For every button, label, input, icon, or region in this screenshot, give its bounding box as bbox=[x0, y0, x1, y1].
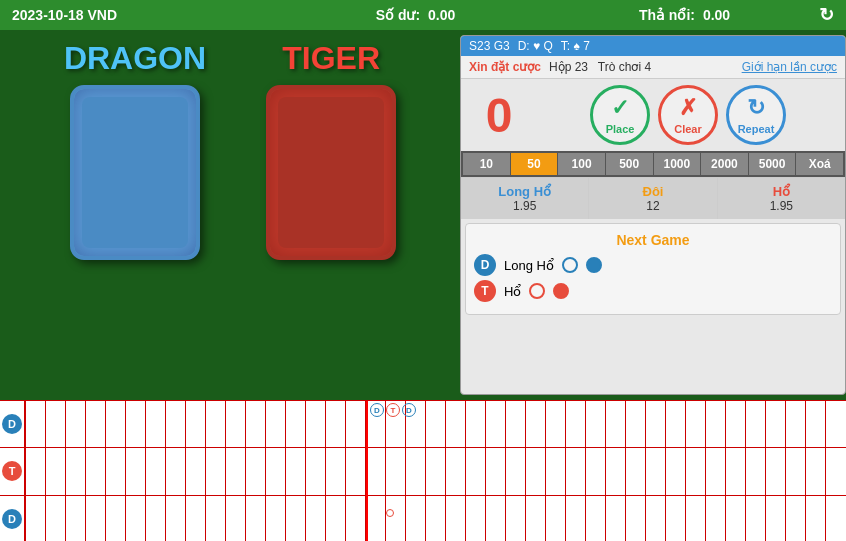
ho-next-label: Hổ bbox=[504, 284, 521, 299]
panel-subheader: Xin đặt cược Hộp 23 Trò chơi 4 Giới hạn … bbox=[461, 56, 845, 79]
small-icon-d: D bbox=[370, 403, 384, 417]
doi-odds: 12 bbox=[593, 199, 712, 213]
grid-cell-r3-c35 bbox=[706, 496, 726, 541]
grid-cell-r1-c10 bbox=[206, 401, 226, 447]
grid-cell-r1-c6 bbox=[126, 401, 146, 447]
ho-odds: 1.95 bbox=[722, 199, 841, 213]
chip-50[interactable]: 50 bbox=[511, 153, 558, 175]
grid-cell-r3-c23 bbox=[466, 496, 486, 541]
grid-cell-r1-c5 bbox=[106, 401, 126, 447]
grid-cell-r3-c14 bbox=[286, 496, 306, 541]
grid-cell-r2-c26 bbox=[526, 448, 546, 494]
next-game-panel: Next Game D Long Hổ T Hổ bbox=[465, 223, 841, 315]
small-icons-group: D T D bbox=[370, 403, 416, 417]
bet-options: Long Hổ 1.95 Đôi 12 Hổ 1.95 bbox=[461, 177, 845, 219]
grid-cell-r1-c12 bbox=[246, 401, 266, 447]
grid-cell-r3-c18 bbox=[366, 496, 386, 541]
grid-cell-r3-c5 bbox=[106, 496, 126, 541]
betting-panel: S23 G3 D: ♥ Q T: ♠ 7 Xin đặt cược Hộp 23… bbox=[460, 35, 846, 395]
grid-cell-r1-c26 bbox=[526, 401, 546, 447]
grid-cell-r3-c10 bbox=[206, 496, 226, 541]
grid-cell-r2-c4 bbox=[86, 448, 106, 494]
grid-cell-r3-c15 bbox=[306, 496, 326, 541]
grid-cell-r3-c40 bbox=[806, 496, 826, 541]
long-ho-option[interactable]: Long Hổ 1.95 bbox=[461, 178, 589, 219]
grid-cell-r3-c37 bbox=[746, 496, 766, 541]
grid-area: D T D (function(){ var row = document.cu… bbox=[0, 400, 846, 541]
circle-blue-outline bbox=[562, 257, 578, 273]
grid-row-1: (function(){ var row = document.currentS… bbox=[26, 401, 846, 448]
grid-cell-r3-c13 bbox=[266, 496, 286, 541]
small-icon-t: T bbox=[386, 403, 400, 417]
grid-cell-r2-c9 bbox=[186, 448, 206, 494]
repeat-icon: ↻ bbox=[747, 95, 765, 121]
grid-cell-r1-c16 bbox=[326, 401, 346, 447]
grid-cell-r2-c22 bbox=[446, 448, 466, 494]
chip-row: 10 50 100 500 1000 2000 5000 Xoá bbox=[461, 151, 845, 177]
chip-xoa[interactable]: Xoá bbox=[796, 153, 843, 175]
chip-2000[interactable]: 2000 bbox=[701, 153, 748, 175]
grid-cell-r3-c2 bbox=[46, 496, 66, 541]
grid-cell-r1-c14 bbox=[286, 401, 306, 447]
circle-red-filled bbox=[553, 283, 569, 299]
grid-cell-r3-c20 bbox=[406, 496, 426, 541]
grid-cell-r2-c40 bbox=[806, 448, 826, 494]
grid-cell-r2-c32 bbox=[646, 448, 666, 494]
doi-option[interactable]: Đôi 12 bbox=[589, 178, 717, 219]
chip-100[interactable]: 100 bbox=[558, 153, 605, 175]
throw-label: Thả nổi: bbox=[639, 7, 695, 23]
grid-cell-r2-c35 bbox=[706, 448, 726, 494]
tiger-label: TIGER bbox=[282, 40, 380, 77]
chip-500[interactable]: 500 bbox=[606, 153, 653, 175]
grid-cell-r3-c12 bbox=[246, 496, 266, 541]
panel-header: S23 G3 D: ♥ Q T: ♠ 7 bbox=[461, 36, 845, 56]
grid-cell-r3-c33 bbox=[666, 496, 686, 541]
hop-label: Hộp 23 Trò chơi 4 bbox=[549, 60, 651, 74]
clear-label: Clear bbox=[674, 123, 702, 135]
ho-name: Hổ bbox=[722, 184, 841, 199]
grid-cell-r3-c7 bbox=[146, 496, 166, 541]
grid-cell-r2-c16 bbox=[326, 448, 346, 494]
grid-cell-r2-c28 bbox=[566, 448, 586, 494]
grid-cell-r1-c37 bbox=[746, 401, 766, 447]
chip-1000[interactable]: 1000 bbox=[654, 153, 701, 175]
place-button[interactable]: ✓ Place bbox=[590, 85, 650, 145]
clear-icon: ✗ bbox=[679, 95, 697, 121]
next-game-title: Next Game bbox=[474, 232, 832, 248]
grid-cell-r1-c39 bbox=[786, 401, 806, 447]
grid-cell-r1-c29 bbox=[586, 401, 606, 447]
grid-cell-r2-c34 bbox=[686, 448, 706, 494]
grid-cell-r2-c6 bbox=[126, 448, 146, 494]
place-icon: ✓ bbox=[611, 95, 629, 121]
grid-cell-r2-c18 bbox=[366, 448, 386, 494]
grid-three-rows: (function(){ var row = document.currentS… bbox=[26, 401, 846, 541]
next-game-long-ho-row: D Long Hổ bbox=[474, 254, 832, 276]
label-row-d2: D bbox=[0, 496, 24, 541]
ho-option[interactable]: Hổ 1.95 bbox=[718, 178, 845, 219]
grid-cell-r1-c8 bbox=[166, 401, 186, 447]
grid-cell-r3-c38 bbox=[766, 496, 786, 541]
chip-5000[interactable]: 5000 bbox=[749, 153, 796, 175]
long-ho-odds: 1.95 bbox=[465, 199, 584, 213]
chip-10[interactable]: 10 bbox=[463, 153, 510, 175]
grid-cell-r2-c2 bbox=[46, 448, 66, 494]
session-label: S23 G3 bbox=[469, 39, 510, 53]
grid-cell-r1-c17 bbox=[346, 401, 366, 447]
doi-name: Đôi bbox=[593, 184, 712, 199]
bet-display-row: 0 ✓ Place ✗ Clear ↻ Repeat bbox=[461, 79, 845, 151]
clear-button[interactable]: ✗ Clear bbox=[658, 85, 718, 145]
grid-cell-r1-c34 bbox=[686, 401, 706, 447]
grid-cell-r1-c38 bbox=[766, 401, 786, 447]
grid-cell-r1-c2 bbox=[46, 401, 66, 447]
refresh-button[interactable]: ↻ bbox=[819, 4, 834, 26]
grid-cell-r3-c39 bbox=[786, 496, 806, 541]
repeat-button[interactable]: ↻ Repeat bbox=[726, 85, 786, 145]
grid-cell-r3-c29 bbox=[586, 496, 606, 541]
grid-cell-r1-c22 bbox=[446, 401, 466, 447]
tiger-card-label: T: ♠ 7 bbox=[561, 39, 590, 53]
grid-cell-r1-c40 bbox=[806, 401, 826, 447]
grid-cell-r1-c35 bbox=[706, 401, 726, 447]
grid-cell-r3-c11 bbox=[226, 496, 246, 541]
gioi-han-link[interactable]: Giới hạn lần cược bbox=[742, 60, 837, 74]
grid-cell-r1-c7 bbox=[146, 401, 166, 447]
